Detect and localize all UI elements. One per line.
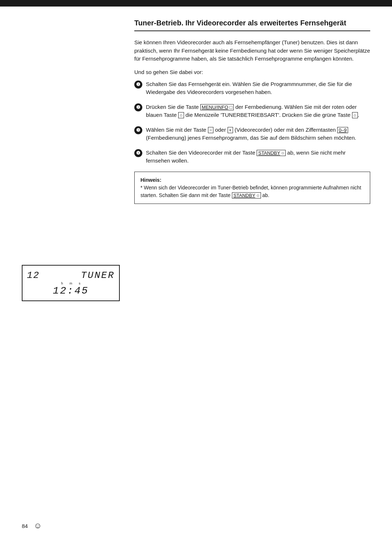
step-3-text: Wählen Sie mit der Taste − oder + (Video… (146, 126, 370, 142)
display-top-row: 12 TUNER (27, 270, 115, 281)
second-label: s (79, 282, 81, 285)
menu-info-key: MENU/INFO □ (200, 104, 234, 110)
display-box: 12 TUNER h m s 12:45 (22, 265, 120, 301)
und-so-paragraph: Und so gehen Sie dabei vor: (134, 69, 370, 75)
display-time-row: h m s 12:45 (27, 282, 115, 296)
standby-key-2: STANDBY ○ (232, 192, 261, 198)
step-1-text: Schalten Sie das Fernsehgerät ein. Wähle… (146, 80, 370, 97)
page-number: 84 (22, 523, 28, 529)
smiley-icon: ☺ (34, 521, 42, 530)
intro-paragraph: Sie können Ihren Videorecorder auch als … (134, 38, 370, 63)
right-column: Tuner-Betrieb. Ihr Videorecorder als erw… (127, 11, 392, 545)
color-key: ○ (178, 112, 184, 118)
digit-key: 0–9 (337, 127, 348, 133)
note-title: Hinweis: (140, 177, 162, 183)
step-2-text: Drücken Sie die Taste MENU/INFO □ der Fe… (146, 103, 370, 119)
step-4: ❹ Schalten Sie den Videorecorder mit der… (134, 149, 370, 165)
step-1: ❶ Schalten Sie das Fernsehgerät ein. Wäh… (134, 80, 370, 97)
note-text: * Wenn sich der Videorecorder im Tuner-B… (140, 185, 361, 198)
display-time-labels: h m s (61, 282, 80, 285)
left-column: 12 TUNER h m s 12:45 (0, 11, 127, 545)
minus-key: − (208, 127, 214, 133)
step-4-number: ❹ (134, 149, 142, 157)
plus-key: + (228, 127, 233, 133)
display-channel: 12 (27, 270, 40, 281)
step-1-number: ❶ (134, 81, 142, 89)
page-title: Tuner-Betrieb. Ihr Videorecorder als erw… (134, 18, 370, 28)
section-heading: Tuner-Betrieb. Ihr Videorecorder als erw… (134, 18, 370, 31)
green-key: ○ (352, 112, 358, 118)
step-2-number: ❷ (134, 103, 142, 111)
display-time-value: 12:45 (53, 285, 89, 296)
note-box: Hinweis: * Wenn sich der Videorecorder i… (134, 172, 370, 204)
step-3-number: ❸ (134, 126, 142, 134)
standby-key-1: STANDBY ○ (257, 150, 286, 156)
hour-label: h (61, 282, 63, 285)
step-3: ❸ Wählen Sie mit der Taste − oder + (Vid… (134, 126, 370, 142)
top-bar (0, 0, 392, 7)
display-mode: TUNER (81, 270, 115, 281)
page-footer: 84 ☺ (22, 521, 42, 530)
step-2: ❷ Drücken Sie die Taste MENU/INFO □ der … (134, 103, 370, 119)
minute-label: m (70, 282, 73, 285)
step-4-text: Schalten Sie den Videorecorder mit der T… (146, 149, 370, 165)
steps-list: ❶ Schalten Sie das Fernsehgerät ein. Wäh… (134, 80, 370, 165)
